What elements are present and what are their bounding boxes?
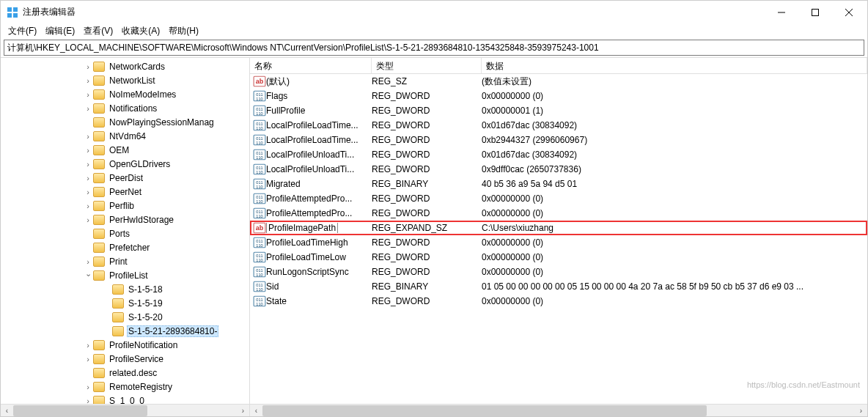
value-row[interactable]: 011110ProfileLoadTimeLowREG_DWORD0x00000… (250, 250, 867, 265)
value-row[interactable]: 011110StateREG_DWORD0x00000000 (0) (250, 294, 867, 309)
svg-rect-2 (7, 13, 12, 18)
scroll-left-icon[interactable]: ‹ (250, 405, 262, 417)
tree-item[interactable]: S-1-5-19 (1, 296, 249, 310)
folder-icon (93, 117, 105, 128)
value-row[interactable]: abProfileImagePathREG_EXPAND_SZC:\Users\… (250, 221, 867, 235)
scroll-right-icon[interactable]: › (237, 405, 249, 417)
tree-item[interactable]: S-1-5-21-2893684810- (1, 324, 249, 338)
value-row[interactable]: 011110FlagsREG_DWORD0x00000000 (0) (250, 89, 867, 103)
folder-icon (93, 89, 105, 100)
chevron-right-icon[interactable] (83, 90, 93, 99)
tree-item[interactable]: NowPlayingSessionManag (1, 115, 249, 129)
chevron-right-icon[interactable] (83, 132, 93, 141)
binary-value-icon: 011110 (253, 192, 266, 205)
tree-item[interactable]: related.desc (1, 366, 249, 380)
value-data: 0x00000000 (0) (482, 252, 867, 262)
close-button[interactable] (832, 1, 866, 23)
tree-item[interactable]: PeerNet (1, 185, 249, 199)
menu-favorites[interactable]: 收藏夹(A) (117, 23, 164, 38)
menu-help[interactable]: 帮助(H) (164, 23, 203, 38)
binary-value-icon: 011110 (253, 295, 266, 308)
menu-edit[interactable]: 编辑(E) (41, 23, 79, 38)
tree-item[interactable]: ProfileService (1, 352, 249, 366)
value-row[interactable]: 011110ProfileLoadTimeHighREG_DWORD0x0000… (250, 235, 867, 250)
chevron-right-icon[interactable] (83, 76, 93, 85)
svg-text:110: 110 (256, 302, 262, 306)
folder-icon (93, 131, 105, 141)
tree-item[interactable]: Print (1, 254, 249, 268)
tree-item[interactable]: OEM (1, 143, 249, 157)
chevron-right-icon[interactable] (83, 62, 93, 71)
chevron-right-icon[interactable] (83, 160, 93, 169)
tree-item[interactable]: Prefetcher (1, 240, 249, 254)
tree-item[interactable]: NetworkCards (1, 59, 249, 73)
value-row[interactable]: 011110ProfileAttemptedPro...REG_DWORD0x0… (250, 191, 867, 206)
values-scrollbar-h[interactable]: ‹ › (250, 404, 867, 416)
chevron-right-icon[interactable] (83, 341, 93, 350)
tree-item[interactable]: NtVdm64 (1, 129, 249, 143)
value-row[interactable]: 011110FullProfileREG_DWORD0x00000001 (1) (250, 103, 867, 118)
value-name: LocalProfileLoadTime... (266, 135, 372, 145)
value-type: REG_DWORD (372, 296, 482, 306)
value-row[interactable]: 011110LocalProfileLoadTime...REG_DWORD0x… (250, 118, 867, 133)
folder-icon (93, 243, 105, 253)
scroll-left-icon[interactable]: ‹ (1, 405, 13, 417)
tree-scrollbar-h[interactable]: ‹ › (1, 404, 249, 416)
menu-file[interactable]: 文件(F) (4, 23, 41, 38)
values-pane: 名称 类型 数据 ab(默认)REG_SZ(数值未设置)011110FlagsR… (250, 58, 867, 416)
maximize-button[interactable] (798, 1, 832, 23)
tree-item[interactable]: ProfileNotification (1, 338, 249, 352)
tree-item[interactable]: NetworkList (1, 73, 249, 87)
titlebar[interactable]: 注册表编辑器 (1, 1, 867, 23)
chevron-right-icon[interactable] (83, 215, 93, 224)
tree-item[interactable]: OpenGLDrivers (1, 157, 249, 171)
tree-item[interactable]: PerHwIdStorage (1, 213, 249, 226)
binary-value-icon: 011110 (253, 207, 266, 220)
regedit-icon (7, 7, 18, 18)
chevron-right-icon[interactable] (83, 202, 93, 210)
column-type[interactable]: 类型 (372, 58, 482, 73)
folder-icon (112, 284, 124, 295)
tree-item[interactable]: S_1_0_0 (1, 394, 249, 404)
value-type: REG_DWORD (372, 208, 482, 218)
chevron-right-icon[interactable] (83, 146, 93, 155)
tree-item[interactable]: NoImeModeImes (1, 87, 249, 101)
chevron-down-icon[interactable] (83, 270, 93, 280)
svg-text:110: 110 (256, 185, 262, 189)
tree-item[interactable]: ProfileList (1, 268, 249, 282)
tree-item-label: PeerNet (108, 186, 143, 198)
tree-item[interactable]: PeerDist (1, 171, 249, 185)
address-bar[interactable]: 计算机\HKEY_LOCAL_MACHINE\SOFTWARE\Microsof… (4, 40, 864, 56)
value-row[interactable]: 011110LocalProfileUnloadTi...REG_DWORD0x… (250, 147, 867, 162)
column-name[interactable]: 名称 (250, 58, 372, 73)
binary-value-icon: 011110 (253, 280, 266, 293)
value-row[interactable]: 011110RunLogonScriptSyncREG_DWORD0x00000… (250, 265, 867, 279)
value-name: ProfileAttemptedPro... (266, 193, 372, 204)
value-row[interactable]: 011110SidREG_BINARY01 05 00 00 00 00 00 … (250, 279, 867, 294)
chevron-right-icon[interactable] (83, 188, 93, 196)
value-row[interactable]: 011110ProfileAttemptedPro...REG_DWORD0x0… (250, 206, 867, 221)
value-row[interactable]: ab(默认)REG_SZ(数值未设置) (250, 74, 867, 89)
column-data[interactable]: 数据 (482, 58, 867, 73)
chevron-right-icon[interactable] (83, 174, 93, 182)
tree-item[interactable]: RemoteRegistry (1, 380, 249, 394)
value-row[interactable]: 011110LocalProfileLoadTime...REG_DWORD0x… (250, 133, 867, 147)
chevron-right-icon[interactable] (83, 104, 93, 113)
value-type: REG_DWORD (372, 120, 482, 130)
value-row[interactable]: 011110LocalProfileUnloadTi...REG_DWORD0x… (250, 162, 867, 177)
tree-item[interactable]: S-1-5-18 (1, 282, 249, 296)
tree-item[interactable]: Notifications (1, 101, 249, 115)
tree-item[interactable]: Perflib (1, 199, 249, 213)
menu-view[interactable]: 查看(V) (79, 23, 117, 38)
chevron-right-icon[interactable] (83, 396, 93, 405)
chevron-right-icon[interactable] (83, 355, 93, 364)
value-row[interactable]: 011110MigratedREG_BINARY40 b5 36 a9 5a 9… (250, 177, 867, 191)
scroll-right-icon[interactable]: › (855, 405, 867, 417)
minimize-button[interactable] (765, 1, 798, 23)
chevron-right-icon[interactable] (83, 257, 93, 266)
tree-item-label: S-1-5-18 (127, 284, 164, 295)
tree-item[interactable]: S-1-5-20 (1, 310, 249, 324)
chevron-right-icon[interactable] (83, 383, 93, 391)
tree-item[interactable]: Ports (1, 226, 249, 240)
tree-pane: NetworkCardsNetworkListNoImeModeImesNoti… (1, 58, 250, 416)
